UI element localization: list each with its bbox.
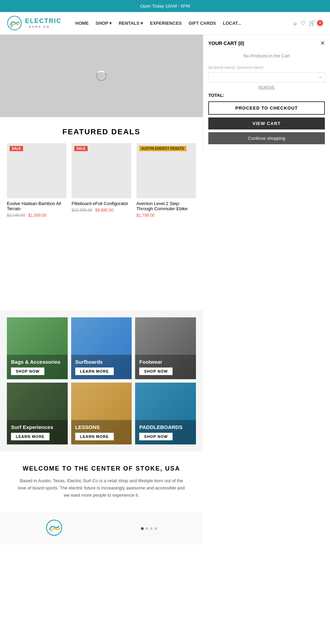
loading-spinner <box>96 71 107 81</box>
deal-name-1: Evolve Hadean Bamboo All Terrain <box>7 201 66 211</box>
category-surf-experiences: Surf Experiences LEARN MORE <box>7 383 68 444</box>
cart-header: YOUR CART (0) ✕ <box>208 40 325 46</box>
footer-dots <box>141 527 157 530</box>
cart-remove-link[interactable]: REMOVE <box>208 85 325 89</box>
footer-dot-4 <box>154 527 157 530</box>
nav-shop[interactable]: SHOP ▾ <box>96 21 112 26</box>
cart-arrow-icon: → <box>317 74 323 80</box>
category-label-footwear: Footwear <box>139 359 192 365</box>
footer-logo-icon <box>46 519 63 536</box>
deal-price-old-2: $10,395.00 <box>72 208 92 213</box>
favorites-button[interactable]: ♡ <box>300 20 305 26</box>
logo-name: ELECTRIC <box>25 18 62 25</box>
cart-title: YOUR CART (0) <box>208 41 244 46</box>
category-label-paddleboards: PADDLEBOARDS <box>139 424 192 430</box>
category-grid: Bags & Accessories SHOP NOW Surfboards L… <box>7 317 196 444</box>
proceed-checkout-button[interactable]: PROCEED TO CHECKOUT <box>208 101 325 115</box>
continue-shopping-button[interactable]: Continue shopping <box>208 132 325 144</box>
category-label-bags: Bags & Accessories <box>11 359 64 365</box>
logo-subtitle: · SURF CO · <box>25 25 62 29</box>
deal-image-2 <box>72 143 131 198</box>
category-btn-surf-experiences[interactable]: LEARN MORE <box>11 433 50 440</box>
nav-gift-cards[interactable]: GIFT CARDS <box>189 21 216 26</box>
footer-area <box>0 512 203 545</box>
deal-badge-2: SALE <box>74 146 88 151</box>
header-icons: ⌕ ♡ 🛒 0 <box>294 20 323 27</box>
welcome-title: WELCOME TO THE CENTER OF STOKE, USA <box>7 465 196 472</box>
deal-image-3 <box>136 143 196 198</box>
footer-dot-3 <box>150 527 153 530</box>
deal-badge-3: AUSTIN ENERGY REBATE <box>139 146 186 151</box>
deal-price-new-3: $1,799.00 <box>136 213 155 218</box>
category-section: Bags & Accessories SHOP NOW Surfboards L… <box>0 310 203 451</box>
category-overlay-lessons: LESSONS LEARN MORE <box>71 420 132 444</box>
cart-close-button[interactable]: ✕ <box>320 40 325 46</box>
nav-rentals[interactable]: RENTALS ▾ <box>119 21 143 26</box>
deal-name-2: Fliteboard eFoil Configurator <box>72 201 131 206</box>
footer-dot-1 <box>141 527 144 530</box>
nav-experiences[interactable]: EXPERIENCES <box>150 21 182 26</box>
welcome-text: Based in Austin, Texas, Electric Surf Co… <box>15 477 187 499</box>
deal-price-new-1: $1,599.00 <box>28 213 46 218</box>
category-lessons: LESSONS LEARN MORE <box>71 383 132 444</box>
top-bar-text: Open Today 10AM - 6PM <box>140 3 190 9</box>
deal-image-1 <box>7 143 66 198</box>
category-label-surf-experiences: Surf Experiences <box>11 424 64 430</box>
deal-name-3: Aventon Level.2 Step-Through Commuter Eb… <box>136 201 196 211</box>
category-overlay-surf-experiences: Surf Experiences LEARN MORE <box>7 420 68 444</box>
view-cart-button[interactable]: VIEW CART <box>208 117 325 129</box>
category-paddleboards: PADDLEBOARDS SHOP NOW <box>135 383 196 444</box>
deal-card-2: SALE Fliteboard eFoil Configurator $10,3… <box>72 143 131 218</box>
deal-price-new-2: $9,895.00 <box>95 208 113 213</box>
category-footwear: Footwear SHOP NOW <box>135 317 196 379</box>
deal-badge-1: SALE <box>10 146 23 151</box>
svg-point-1 <box>46 520 62 535</box>
cart-button[interactable]: 🛒 0 <box>309 20 323 27</box>
category-overlay-paddleboards: PADDLEBOARDS SHOP NOW <box>135 420 196 444</box>
deal-card-1: SALE Evolve Hadean Bamboo All Terrain $2… <box>7 143 66 218</box>
deal-price-old-1: $2,149.00 <box>7 213 25 218</box>
category-surfboards: Surfboards LEARN MORE <box>71 317 132 379</box>
category-bags: Bags & Accessories SHOP NOW <box>7 317 68 379</box>
deals-grid: SALE Evolve Hadean Bamboo All Terrain $2… <box>0 143 203 228</box>
top-bar: Open Today 10AM - 6PM <box>0 0 330 12</box>
nav-home[interactable]: HOME <box>75 21 89 26</box>
category-btn-footwear[interactable]: SHOP NOW <box>139 368 173 375</box>
cart-sidebar: YOUR CART (0) ✕ No Products in the Cart … <box>203 35 330 149</box>
main-nav: HOME SHOP ▾ RENTALS ▾ EXPERIENCES GIFT C… <box>75 21 241 26</box>
category-btn-bags[interactable]: SHOP NOW <box>11 368 44 375</box>
deal-price-1: $2,149.00 $1,599.00 <box>7 213 66 218</box>
logo[interactable]: ELECTRIC · SURF CO · <box>7 15 62 31</box>
category-overlay-surfboards: Surfboards LEARN MORE <box>71 355 132 379</box>
header: ELECTRIC · SURF CO · HOME SHOP ▾ RENTALS… <box>0 12 330 35</box>
category-label-lessons: LESSONS <box>75 424 128 430</box>
welcome-section: WELCOME TO THE CENTER OF STOKE, USA Base… <box>0 451 203 512</box>
main-wrapper: FEATURED DEALS SALE Evolve Hadean Bamboo… <box>0 35 330 545</box>
logo-icon <box>7 15 22 31</box>
category-overlay-bags: Bags & Accessories SHOP NOW <box>7 355 68 379</box>
nav-locations[interactable]: LOCAT... <box>223 21 241 26</box>
additional-products-area <box>0 228 203 304</box>
cart-empty-message: No Products in the Cart <box>208 53 325 58</box>
category-overlay-footwear: Footwear SHOP NOW <box>135 355 196 379</box>
deal-price-2: $10,395.00 $9,895.00 <box>72 208 131 213</box>
cart-property-name: {property.name}: {property.value} <box>208 65 325 69</box>
deal-card-3: AUSTIN ENERGY REBATE Aventon Level.2 Ste… <box>136 143 196 218</box>
cart-total: TOTAL: <box>208 93 325 98</box>
hero-banner <box>0 35 203 117</box>
search-button[interactable]: ⌕ <box>294 20 297 26</box>
category-btn-lessons[interactable]: LEARN MORE <box>75 433 114 440</box>
deal-price-3: $1,799.00 <box>136 213 196 218</box>
category-label-surfboards: Surfboards <box>75 359 128 365</box>
category-btn-paddleboards[interactable]: SHOP NOW <box>139 433 173 440</box>
featured-title: FEATURED DEALS <box>0 117 203 143</box>
footer-dot-2 <box>145 527 148 530</box>
cart-property-row: → <box>208 72 325 82</box>
cart-count: 0 <box>317 20 323 26</box>
footer-logo <box>46 519 63 538</box>
content-area: FEATURED DEALS SALE Evolve Hadean Bamboo… <box>0 35 203 545</box>
category-btn-surfboards[interactable]: LEARN MORE <box>75 368 114 375</box>
